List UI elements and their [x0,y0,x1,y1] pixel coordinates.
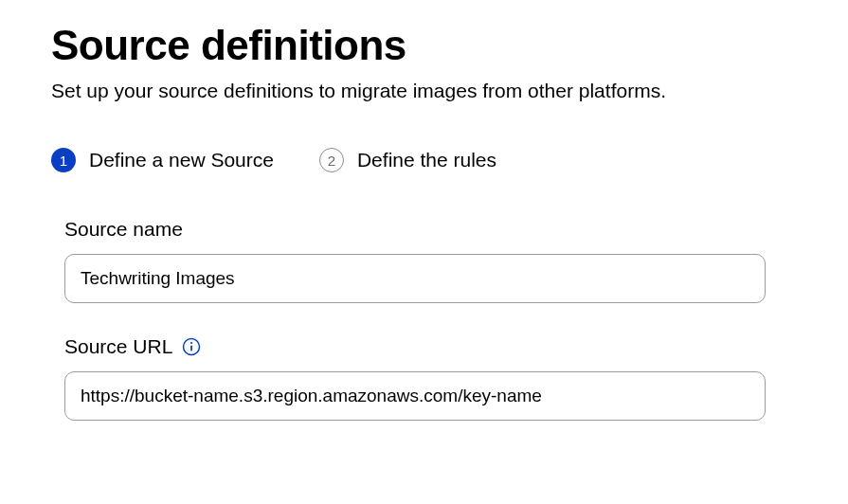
step-label: Define a new Source [89,149,274,171]
svg-rect-2 [190,346,192,351]
info-icon[interactable] [182,337,201,356]
step-label: Define the rules [357,149,496,171]
step-define-source[interactable]: 1 Define a new Source [51,148,274,172]
svg-point-1 [190,342,192,344]
source-name-label: Source name [64,218,183,241]
step-number-badge: 2 [319,148,344,172]
page-title: Source definitions [51,23,797,68]
source-name-input[interactable] [64,254,766,303]
source-name-group: Source name [51,218,797,303]
step-define-rules[interactable]: 2 Define the rules [319,148,496,172]
source-url-group: Source URL [51,335,797,421]
stepper: 1 Define a new Source 2 Define the rules [51,148,797,172]
source-url-label: Source URL [64,335,172,358]
step-number-badge: 1 [51,148,76,172]
page-subtitle: Set up your source definitions to migrat… [51,80,797,102]
source-url-input[interactable] [64,371,766,421]
